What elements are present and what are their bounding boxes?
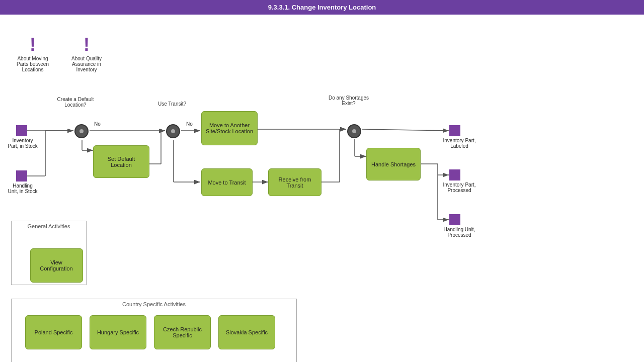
about-moving-label: About Moving Parts between Locations [13, 56, 53, 72]
no-label-2: No [186, 121, 193, 127]
handling-processed-label: Handling Unit, Processed [442, 227, 477, 238]
decision-label-3: Do any Shortages Exist? [326, 95, 371, 106]
about-moving-group[interactable]: ! About Moving Parts between Locations [13, 36, 53, 72]
gateway-1 [74, 124, 89, 138]
handling-processed-node [449, 214, 460, 225]
decision-label-1: Create a Default Location? [55, 97, 96, 108]
general-panel-title: General Activities [12, 221, 86, 230]
svg-line-19 [362, 129, 449, 131]
view-configuration-box[interactable]: View Configuration [30, 248, 83, 283]
handling-unit-stock-node [16, 170, 27, 182]
title-bar: 9.3.3.1. Change Inventory Location [0, 0, 644, 15]
handling-unit-stock-label: Handling Unit, in Stock [8, 183, 38, 194]
receive-transit-box[interactable]: Receive from Transit [268, 168, 321, 196]
set-default-location-box[interactable]: Set Default Location [93, 145, 149, 178]
gateway-2 [166, 124, 180, 138]
main-content: ! About Moving Parts between Locations !… [0, 15, 644, 362]
title-text: 9.3.3.1. Change Inventory Location [268, 4, 376, 11]
inventory-processed-label: Inventory Part, Processed [442, 182, 477, 193]
about-moving-icon: ! [30, 36, 36, 54]
inventory-part-stock-label: Inventory Part, in Stock [8, 138, 38, 149]
poland-specific-box[interactable]: Poland Specific [25, 315, 82, 349]
inventory-processed-node [449, 169, 460, 180]
about-qa-icon: ! [84, 36, 90, 54]
czech-republic-specific-box[interactable]: Czech Republic Specific [154, 315, 211, 349]
inventory-labeled-node [449, 125, 460, 136]
handle-shortages-box[interactable]: Handle Shortages [366, 148, 421, 180]
about-qa-label: About Quality Assurance in Inventory [66, 56, 107, 72]
general-activities-panel: General Activities View Configuration [11, 221, 87, 285]
move-another-site-box[interactable]: Move to Another Site/Stock Location [201, 111, 258, 145]
inventory-labeled-label: Inventory Part, Labeled [442, 138, 477, 149]
hungary-specific-box[interactable]: Hungary Specific [90, 315, 146, 349]
inventory-part-stock-node [16, 125, 27, 136]
about-qa-group[interactable]: ! About Quality Assurance in Inventory [66, 36, 107, 72]
no-label-1: No [94, 121, 101, 127]
move-transit-box[interactable]: Move to Transit [201, 168, 253, 196]
decision-label-2: Use Transit? [157, 101, 187, 107]
country-panel-title: Country Specific Activities [12, 299, 296, 308]
gateway-3 [347, 124, 361, 138]
country-panel: Country Specific Activities Poland Speci… [11, 299, 297, 362]
slovakia-specific-box[interactable]: Slovakia Specific [218, 315, 275, 349]
